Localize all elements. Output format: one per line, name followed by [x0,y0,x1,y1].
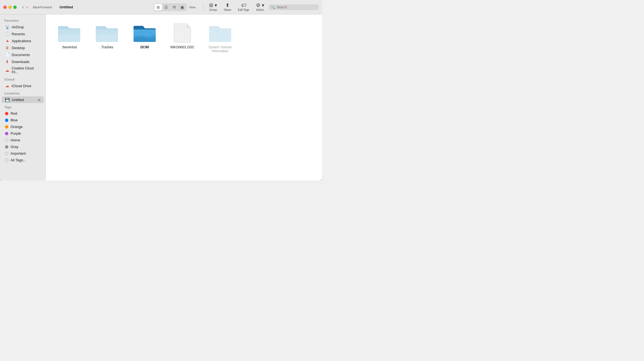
sidebar-item-tag-gray[interactable]: Gray [2,144,44,150]
sidebar-item-tag-blue[interactable]: Blue [2,117,44,123]
eject-button[interactable]: ⏏ [37,98,41,102]
finder-window: ‹ › Back/Forward Untitled ⊞ ☰ ⧉ ▣ View ⊞… [0,0,322,180]
sidebar-item-documents-label: Documents [12,53,30,57]
tag-orange-label: Orange [11,125,22,129]
nav-buttons: ‹ › [21,4,29,10]
applications-icon: 🔺 [5,39,9,43]
edit-tags-button[interactable]: 🏷 Edit Tags [236,2,251,12]
minimize-button[interactable] [8,6,12,9]
sidebar-item-airdrop[interactable]: 📡 AirDrop [2,24,44,30]
sidebar-item-drive-label: Untitled [12,98,24,102]
locations-section-label: Locations [0,89,46,96]
icloud-section-label: iCloud [0,76,46,82]
file-item-fseventsd[interactable]: .fseventsd [52,20,86,55]
toolbar-actions: ⊞ ☰ ⧉ ▣ View ⊞ ▾ Group ⬆ Share 🏷 Edit Ta… [154,2,319,12]
tags-section-label: Tags [0,103,46,110]
nikon-label: NIKON001.DSC [170,45,195,49]
sidebar-item-tag-red[interactable]: Red [2,110,44,117]
share-label: Share [224,8,231,11]
list-view-button[interactable]: ☰ [162,4,170,11]
folder-icon-fseventsd [57,22,82,43]
file-item-system-volume[interactable]: System Volume Information [203,20,237,55]
share-button[interactable]: ⬆ Share [222,2,233,12]
close-button[interactable] [3,6,7,9]
tag-dot-important [5,152,8,155]
sidebar: Favorites 📡 AirDrop 🕐 Recents 🔺 Applicat… [0,14,46,180]
sidebar-item-tag-orange[interactable]: Orange [2,124,44,130]
sidebar-item-creative-cloud[interactable]: ☁ Creative Cloud Fil... [2,65,44,75]
tag-red-label: Red [11,111,17,116]
folder-icon-system-volume [208,22,233,43]
airdrop-icon: 📡 [5,25,9,29]
sidebar-item-icloud-drive[interactable]: ☁ iCloud Drive [2,82,44,89]
downloads-icon: ⬇ [5,59,9,64]
toolbar: ‹ › Back/Forward Untitled ⊞ ☰ ⧉ ▣ View ⊞… [0,0,322,14]
tag-gray-label: Gray [11,145,18,149]
recents-icon: 🕐 [5,32,9,36]
fseventsd-label: .fseventsd [62,45,77,49]
sidebar-item-applications-label: Applications [12,39,31,43]
search-bar[interactable]: 🔍 [269,4,319,10]
sidebar-item-downloads-label: Downloads [12,60,29,64]
sidebar-item-desktop[interactable]: 🖥 Desktop [2,44,44,51]
action-button[interactable]: ⚙ ▾ Action [254,2,266,12]
file-item-nikon[interactable]: NIKON001.DSC [166,20,199,55]
creative-cloud-icon: ☁ [5,68,9,72]
view-label: View [189,6,196,9]
sidebar-item-recents-label: Recents [12,32,25,36]
sidebar-item-icloud-drive-label: iCloud Drive [12,84,31,88]
maximize-button[interactable] [13,6,17,9]
sidebar-item-untitled-drive[interactable]: 💾 Untitled ⏏ [2,96,44,103]
tag-blue-label: Blue [11,118,18,122]
documents-icon: 📄 [5,52,9,57]
sidebar-item-desktop-label: Desktop [12,46,25,50]
back-forward-label: Back/Forward [33,6,52,9]
view-switcher: ⊞ ☰ ⧉ ▣ [154,3,187,11]
sidebar-item-tag-purple[interactable]: Purple [2,130,44,137]
file-item-trashes[interactable]: .Trashes [90,20,124,55]
tag-dot-gray [5,145,8,149]
sidebar-item-recents[interactable]: 🕐 Recents [2,31,44,37]
sidebar-item-tag-important[interactable]: Important [2,150,44,157]
icloud-icon: ☁ [5,84,9,88]
tag-important-label: Important [11,151,26,156]
sidebar-item-airdrop-label: AirDrop [12,25,24,29]
tag-home-label: Home [11,138,20,142]
group-button[interactable]: ⊞ ▾ Group [207,2,219,12]
back-button[interactable]: ‹ [21,4,25,10]
drive-icon: 💾 [5,97,9,102]
tag-all-tags-label: All Tags... [11,158,26,162]
tag-icon: 🏷 [241,3,246,8]
desktop-icon: 🖥 [5,46,9,50]
sidebar-item-downloads[interactable]: ⬇ Downloads [2,58,44,65]
tag-dot-purple [5,132,8,135]
file-item-dcim[interactable]: DCIM [128,20,161,55]
sidebar-item-documents[interactable]: 📄 Documents [2,51,44,58]
trashes-label: .Trashes [100,45,113,49]
folder-icon-dcim [132,22,157,43]
search-input[interactable] [276,5,315,9]
action-icon: ⚙ ▾ [256,3,264,8]
gallery-view-button[interactable]: ▣ [178,4,186,11]
forward-button[interactable]: › [25,4,29,10]
icon-view-button[interactable]: ⊞ [154,4,162,11]
file-grid: .fseventsd .Trashes [52,20,315,55]
edit-tags-label: Edit Tags [238,8,249,11]
tag-dot-blue [5,119,8,122]
sidebar-item-applications[interactable]: 🔺 Applications [2,37,44,44]
favorites-section-label: Favorites [0,17,46,23]
group-label: Group [209,8,217,11]
column-view-button[interactable]: ⧉ [170,4,178,11]
sidebar-item-tag-home[interactable]: Home [2,137,44,143]
window-title: Untitled [60,5,73,9]
tag-dot-all [5,159,8,162]
group-icon: ⊞ ▾ [209,3,217,8]
action-label: Action [256,8,264,11]
file-icon-nikon [170,22,195,43]
system-volume-label: System Volume Information [206,45,235,53]
sidebar-item-creative-cloud-label: Creative Cloud Fil... [12,66,41,74]
search-icon: 🔍 [271,5,275,9]
sidebar-item-tag-all-tags[interactable]: All Tags... [2,157,44,163]
dcim-label: DCIM [140,45,149,49]
tag-dot-orange [5,125,8,129]
